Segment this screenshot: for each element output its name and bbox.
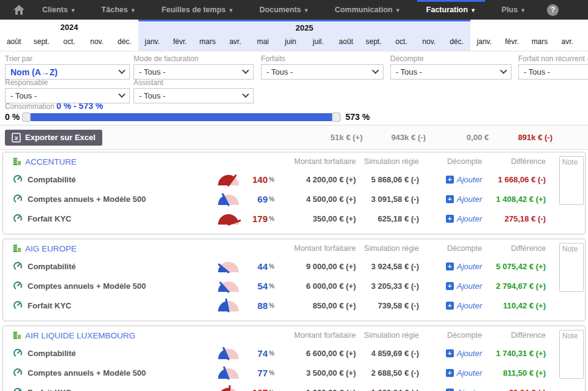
- add-decompte-button[interactable]: +Ajouter: [419, 281, 482, 291]
- consumption-percent: 69: [243, 194, 268, 204]
- period-timeline: 2024 août sept. oct. nov. déc. 2025 janv…: [0, 20, 588, 51]
- client-name-link[interactable]: ACCENTURE: [3, 157, 276, 166]
- filters-bar: Trier par Nom (A→Z) Mode de facturation …: [0, 51, 588, 100]
- task-name: Comptabilité: [3, 261, 204, 271]
- export-excel-button[interactable]: X Exporter sur Excel: [5, 130, 102, 146]
- client-name-link[interactable]: AIR LIQUIDE LUXEMBOURG: [3, 331, 276, 340]
- add-decompte-button[interactable]: +Ajouter: [419, 214, 482, 223]
- billing-mode-select[interactable]: - Tous -: [134, 64, 254, 80]
- percent-sign: %: [269, 283, 276, 289]
- nav-plus[interactable]: Plus▼: [489, 0, 538, 20]
- month-cell[interactable]: mars: [194, 34, 221, 51]
- month-cell[interactable]: mars: [526, 34, 553, 51]
- forfaits-select[interactable]: - Tous -: [261, 64, 383, 80]
- add-decompte-button[interactable]: +Ajouter: [419, 262, 482, 271]
- nav-feuilles-de-temps[interactable]: Feuilles de temps▼: [149, 0, 247, 20]
- montant-value: 350,00 € (+): [276, 214, 356, 223]
- nav-facturation[interactable]: Facturation▼: [413, 0, 489, 20]
- slider-handle-left[interactable]: [22, 113, 31, 122]
- slider-min-label: 0 %: [5, 112, 22, 122]
- gauge-icon: [13, 261, 23, 271]
- month-cell[interactable]: janv.: [470, 34, 498, 51]
- sort-select[interactable]: Nom (A→Z): [5, 64, 130, 80]
- montant-value: 1 000,00 € (+): [276, 388, 356, 391]
- difference-value: 1 740,31 € (+): [482, 349, 546, 358]
- add-decompte-button[interactable]: +Ajouter: [419, 301, 482, 310]
- month-cell[interactable]: avr.: [222, 34, 249, 51]
- add-decompte-button[interactable]: +Ajouter: [419, 195, 482, 204]
- month-cell[interactable]: déc.: [111, 34, 138, 51]
- add-decompte-button[interactable]: +Ajouter: [419, 175, 482, 184]
- consumption-label: Consommation: [5, 102, 55, 111]
- column-header-difference: Différence: [482, 157, 546, 166]
- task-name: Forfait KYC: [3, 300, 204, 310]
- month-cell[interactable]: juil.: [304, 34, 332, 51]
- nav-clients[interactable]: Clients▼: [29, 0, 89, 20]
- consumption-percent: 77: [243, 368, 268, 378]
- simulation-value: 5 868,06 € (-): [356, 175, 419, 184]
- client-note-input[interactable]: [559, 243, 584, 292]
- task-name: Forfait KYC: [3, 387, 204, 391]
- difference-value: 275,18 € (-): [482, 214, 546, 223]
- simulation-value: 4 859,69 € (-): [356, 349, 419, 358]
- consumption-gauge: 88 %: [204, 298, 276, 313]
- month-cell[interactable]: avr.: [554, 34, 581, 51]
- column-header-montant: Montant forfaitaire: [276, 331, 356, 340]
- month-cell[interactable]: août: [0, 34, 28, 51]
- add-decompte-button[interactable]: +Ajouter: [419, 388, 482, 391]
- month-cell[interactable]: oct.: [388, 34, 415, 51]
- month-cell[interactable]: févr.: [166, 34, 194, 51]
- month-cell[interactable]: nov.: [415, 34, 443, 51]
- consumption-percent: 88: [243, 300, 268, 311]
- montant-value: 9 000,00 € (+): [276, 262, 356, 271]
- month-cell[interactable]: janv.: [138, 34, 166, 51]
- consumption-slider[interactable]: [22, 113, 341, 122]
- add-decompte-button[interactable]: +Ajouter: [419, 368, 482, 378]
- billing-mode-label: Mode de facturation: [134, 54, 254, 63]
- month-cell[interactable]: oct.: [55, 34, 83, 51]
- gauge-icon: [13, 194, 23, 204]
- gauge-icon: [13, 281, 23, 291]
- building-icon: [13, 157, 21, 166]
- difference-value: 2 794,67 € (+): [482, 281, 546, 291]
- client-note-input[interactable]: [559, 156, 584, 205]
- month-cell[interactable]: mai: [249, 34, 277, 51]
- plus-icon: +: [446, 369, 454, 377]
- client-note-input[interactable]: [559, 330, 584, 379]
- month-cell[interactable]: août: [332, 34, 360, 51]
- decompte-select[interactable]: - Tous -: [390, 64, 511, 80]
- month-cell[interactable]: nov.: [83, 34, 111, 51]
- month-cell[interactable]: juin: [277, 34, 304, 51]
- consumption-gauge: 69 %: [204, 192, 276, 206]
- home-button[interactable]: [9, 0, 29, 20]
- task-name: Comptes annuels + Modèle 500: [3, 368, 204, 378]
- month-cell[interactable]: févr.: [498, 34, 526, 51]
- nav-communication[interactable]: Communication▼: [322, 0, 413, 20]
- gauge-icon: [13, 174, 23, 184]
- month-cell[interactable]: sept.: [28, 34, 55, 51]
- slider-max-label: 573 %: [345, 112, 370, 122]
- client-card: AIR LIQUIDE LUXEMBOURG Montant forfaitai…: [2, 326, 586, 391]
- month-cell[interactable]: déc.: [443, 34, 470, 51]
- assistant-select[interactable]: - Tous -: [134, 88, 254, 103]
- year-label: [470, 20, 588, 34]
- responsable-label: Responsable: [5, 78, 130, 87]
- month-cell[interactable]: sept.: [360, 34, 387, 51]
- help-button[interactable]: ?: [547, 4, 559, 16]
- responsable-select[interactable]: - Tous -: [5, 88, 130, 103]
- task-row: Comptabilité 74 % 6 600,00 € (+) 4 859,6…: [3, 343, 585, 363]
- slider-handle-right[interactable]: [332, 113, 341, 122]
- consumption-gauge: 107 %: [204, 385, 276, 391]
- client-name-link[interactable]: AIG EUROPE: [3, 244, 276, 253]
- percent-sign: %: [269, 176, 276, 183]
- export-totals-row: X Exporter sur Excel 51k € (+) 943k € (-…: [0, 125, 588, 150]
- montant-value: 4 500,00 € (+): [276, 195, 356, 204]
- task-row: Comptes annuels + Modèle 500 77 % 3 500,…: [3, 363, 585, 382]
- nav-taches[interactable]: Tâches▼: [89, 0, 149, 20]
- forfait-nr-label: Forfait non récurrent - V: [518, 54, 588, 63]
- add-decompte-button[interactable]: +Ajouter: [419, 349, 482, 358]
- forfait-nr-select[interactable]: - Tous -: [518, 64, 588, 80]
- nav-documents[interactable]: Documents▼: [246, 0, 322, 20]
- gauge-icon: [13, 387, 23, 391]
- total-simulation: 943k € (-): [363, 133, 426, 142]
